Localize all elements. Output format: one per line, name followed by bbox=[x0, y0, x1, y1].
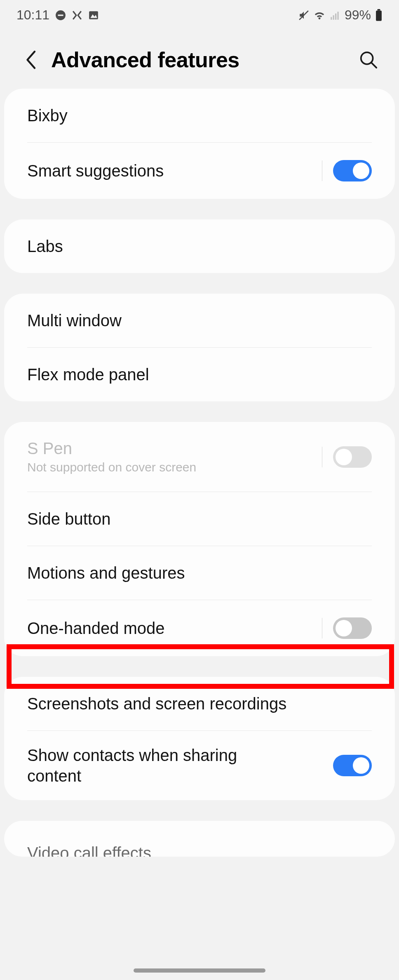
status-left: 10:11 bbox=[16, 7, 99, 23]
row-label: Motions and gestures bbox=[27, 564, 372, 582]
svg-rect-2 bbox=[89, 11, 98, 19]
settings-group: Video call effects bbox=[4, 821, 395, 857]
row-smart-suggestions[interactable]: Smart suggestions bbox=[4, 143, 395, 199]
settings-group: Multi window Flex mode panel bbox=[4, 294, 395, 401]
row-show-contacts-sharing[interactable]: Show contacts when sharing content bbox=[4, 731, 395, 800]
toggle-wrap bbox=[333, 755, 372, 776]
mute-icon bbox=[298, 10, 309, 21]
toggle-separator bbox=[322, 160, 322, 181]
row-s-pen: S Pen Not supported on cover screen bbox=[4, 422, 395, 492]
row-label: Screenshots and screen recordings bbox=[27, 695, 372, 713]
toggle-s-pen bbox=[333, 446, 372, 468]
dnd-icon bbox=[55, 10, 66, 21]
toggle-smart-suggestions[interactable] bbox=[333, 160, 372, 181]
row-label: Video call effects bbox=[27, 844, 372, 857]
page-header: Advanced features bbox=[0, 27, 399, 89]
row-label: Flex mode panel bbox=[27, 365, 372, 384]
back-button[interactable] bbox=[18, 47, 43, 72]
settings-group: Screenshots and screen recordings Show c… bbox=[4, 677, 395, 800]
row-flex-mode-panel[interactable]: Flex mode panel bbox=[4, 348, 395, 401]
row-label: S Pen bbox=[27, 439, 322, 458]
row-label: Multi window bbox=[27, 311, 372, 330]
row-screenshots-recordings[interactable]: Screenshots and screen recordings bbox=[4, 677, 395, 730]
svg-line-12 bbox=[372, 63, 377, 68]
page-title: Advanced features bbox=[51, 47, 356, 72]
svg-rect-8 bbox=[337, 12, 338, 20]
row-label: Show contacts when sharing content bbox=[27, 745, 283, 786]
settings-group: Labs bbox=[4, 219, 395, 273]
row-multi-window[interactable]: Multi window bbox=[4, 294, 395, 347]
home-indicator[interactable] bbox=[134, 968, 265, 973]
status-right: 99% bbox=[298, 7, 383, 23]
wifi-icon bbox=[313, 10, 326, 21]
row-label: Labs bbox=[27, 237, 372, 256]
row-label: Bixby bbox=[27, 106, 372, 125]
x-app-icon bbox=[72, 10, 82, 21]
svg-rect-1 bbox=[58, 14, 63, 16]
svg-rect-5 bbox=[331, 17, 332, 20]
row-label: Smart suggestions bbox=[27, 162, 322, 180]
battery-icon bbox=[375, 9, 383, 21]
svg-rect-7 bbox=[335, 13, 336, 19]
signal-icon bbox=[330, 10, 340, 21]
status-bar: 10:11 99% bbox=[0, 0, 399, 27]
svg-point-11 bbox=[361, 52, 373, 64]
toggle-wrap bbox=[322, 617, 372, 639]
row-video-call-effects[interactable]: Video call effects bbox=[4, 821, 395, 857]
row-label: Side button bbox=[27, 510, 372, 528]
svg-rect-10 bbox=[376, 10, 382, 21]
settings-group: S Pen Not supported on cover screen Side… bbox=[4, 422, 395, 656]
toggle-wrap bbox=[322, 446, 372, 468]
status-time: 10:11 bbox=[16, 7, 49, 23]
row-side-button[interactable]: Side button bbox=[4, 492, 395, 546]
row-subtext: Not supported on cover screen bbox=[27, 460, 322, 474]
toggle-one-handed-mode[interactable] bbox=[333, 617, 372, 639]
row-motions-and-gestures[interactable]: Motions and gestures bbox=[4, 546, 395, 600]
search-button[interactable] bbox=[356, 47, 381, 72]
battery-percent: 99% bbox=[345, 7, 371, 23]
svg-rect-9 bbox=[378, 9, 380, 10]
picture-icon bbox=[88, 10, 99, 21]
row-labs[interactable]: Labs bbox=[4, 219, 395, 273]
chevron-left-icon bbox=[23, 49, 38, 70]
row-one-handed-mode[interactable]: One-handed mode bbox=[4, 600, 395, 656]
svg-rect-6 bbox=[333, 15, 334, 20]
row-label: One-handed mode bbox=[27, 619, 322, 638]
toggle-separator bbox=[322, 447, 322, 467]
search-icon bbox=[359, 50, 378, 69]
toggle-wrap bbox=[322, 160, 372, 181]
row-bixby[interactable]: Bixby bbox=[4, 89, 395, 142]
toggle-separator bbox=[322, 618, 322, 638]
toggle-show-contacts[interactable] bbox=[333, 755, 372, 776]
settings-group: Bixby Smart suggestions bbox=[4, 89, 395, 199]
